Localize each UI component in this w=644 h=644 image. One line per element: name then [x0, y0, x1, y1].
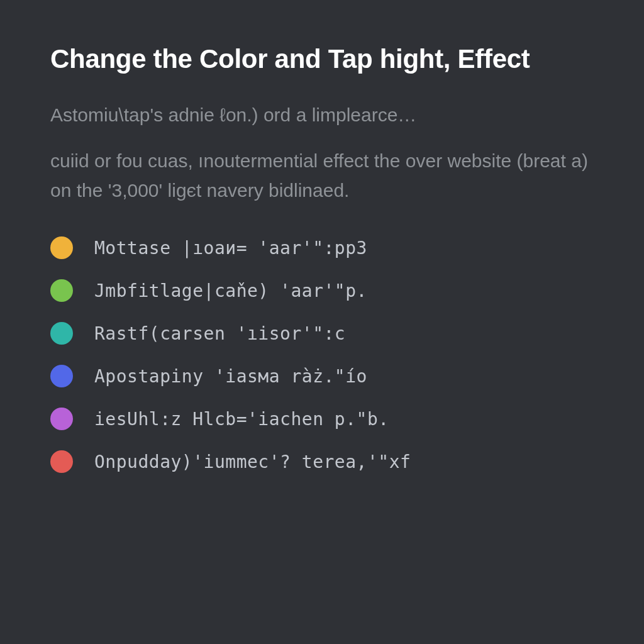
item-label: Onpudday)'iummec'? terea,'"xf — [94, 452, 411, 472]
item-label: Apostapiny 'iasма ràż."ío — [94, 366, 367, 387]
item-label: Jmbfitlage|caňe) 'aar'"p. — [94, 280, 367, 301]
color-swatch-icon — [50, 450, 73, 473]
page-title: Change the Color and Tap hight, Effect — [50, 44, 594, 74]
body-text: cuiid or fou cuas, ınoutermential effect… — [50, 147, 594, 205]
color-swatch-icon — [50, 236, 73, 259]
color-list: Mottase |ıoaи= 'aar'":pp3 Jmbfitlage|caň… — [50, 236, 594, 473]
list-item: Onpudday)'iummec'? terea,'"xf — [50, 450, 594, 473]
color-swatch-icon — [50, 279, 73, 302]
list-item: Jmbfitlage|caňe) 'aar'"p. — [50, 279, 594, 302]
color-swatch-icon — [50, 322, 73, 345]
color-swatch-icon — [50, 365, 73, 387]
item-label: iesUhl:z Hlcb='iachen p."b. — [94, 409, 389, 430]
item-label: Rastf(carsen 'ıisor'":c — [94, 323, 345, 344]
list-item: Apostapiny 'iasма ràż."ío — [50, 365, 594, 387]
lead-text: Astomiu\tap's adnie ℓon.) ord a limplear… — [50, 101, 594, 129]
list-item: Mottase |ıoaи= 'aar'":pp3 — [50, 236, 594, 259]
list-item: Rastf(carsen 'ıisor'":c — [50, 322, 594, 345]
list-item: iesUhl:z Hlcb='iachen p."b. — [50, 408, 594, 430]
item-label: Mottase |ıoaи= 'aar'":pp3 — [94, 238, 367, 258]
color-swatch-icon — [50, 408, 73, 430]
